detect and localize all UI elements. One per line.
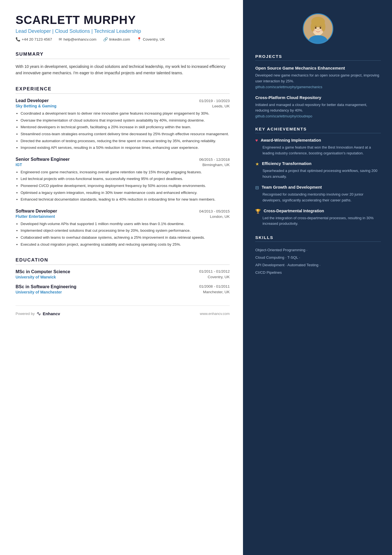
growth-icon: ⊟ <box>255 185 259 190</box>
list-item: Streamlined cross-team strategies ensuri… <box>21 131 230 137</box>
enhancv-logo-icon: ∿ <box>36 310 41 317</box>
edu-2-dates: 01/2008 - 01/2011 <box>199 284 230 289</box>
right-panel: PROJECTS Open Source Game Mechanics Enha… <box>243 0 392 555</box>
skill-tag: Object-Oriented Programming · <box>255 248 307 252</box>
achievements-section: KEY ACHIEVEMENTS ♥ Award-Winning Impleme… <box>255 127 381 227</box>
list-item: Pioneered CI/CD pipeline development, im… <box>21 183 230 189</box>
summary-section: SUMMARY With 10 years in development, sp… <box>16 51 230 76</box>
projects-title: PROJECTS <box>255 54 381 61</box>
achievements-title: KEY ACHIEVEMENTS <box>255 127 381 133</box>
job-2-company: IGT <box>16 162 22 167</box>
footer-brand: Enhancv <box>43 311 60 316</box>
job-1-title: Lead Developer <box>16 98 49 103</box>
achievement-2-title: Efficiency Transformation <box>262 161 311 167</box>
svg-point-10 <box>313 30 316 31</box>
email-item: ✉ help@enhancv.com <box>59 37 96 41</box>
job-1-bullets: Coordinated a development team to delive… <box>16 110 230 151</box>
achievement-1: ♥ Award-Winning Implementation Engineere… <box>255 138 381 156</box>
job-3-bullets: Developed high-volume APIs that supporte… <box>16 221 230 247</box>
edu-2-degree: BSc in Software Engineering <box>16 284 76 289</box>
skills-section: SKILLS Object-Oriented Programming · Clo… <box>255 235 381 276</box>
list-item: Executed a cloud migration project, augm… <box>21 241 230 248</box>
achievement-2: ★ Efficiency Transformation Spearheaded … <box>255 161 381 180</box>
edu-2: BSc in Software Engineering 01/2008 - 01… <box>16 284 230 294</box>
project-2: Cross-Platform Cloud Repository Initiate… <box>255 95 381 119</box>
list-item: Developed high-volume APIs that supporte… <box>21 221 230 227</box>
linkedin-text: linkedin.com <box>109 37 130 41</box>
experience-title: EXPERIENCE <box>16 86 230 94</box>
achievement-1-desc: Engineered a game feature that won the B… <box>262 145 381 156</box>
achievement-2-header: ★ Efficiency Transformation <box>255 161 381 167</box>
project-1-desc: Developed new game mechanics for an open… <box>255 73 381 84</box>
achievement-1-title: Award-Winning Implementation <box>261 138 321 143</box>
job-2-title: Senior Software Engineer <box>16 157 70 162</box>
achievement-3-desc: Recognised for outstanding mentorship in… <box>262 192 381 203</box>
achievement-4-title: Cross-Departmental Integration <box>264 208 324 214</box>
list-item: Led technical projects with cross-functi… <box>21 176 230 182</box>
heart-icon: ♥ <box>255 138 258 143</box>
achievement-4: 🏆 Cross-Departmental Integration Led the… <box>255 208 381 227</box>
linkedin-icon: 🔗 <box>103 37 108 41</box>
project-1: Open Source Game Mechanics Enhancement D… <box>255 65 381 89</box>
location-text: Coventry, UK <box>143 37 165 41</box>
edu-2-location: Manchester, UK <box>203 290 230 294</box>
footer-website: www.enhancv.com <box>200 312 230 316</box>
avatar-container <box>255 13 381 44</box>
job-2-location: Birmingham, UK <box>202 163 230 167</box>
skill-tag: CI/CD Pipelines <box>255 270 282 275</box>
projects-section: PROJECTS Open Source Game Mechanics Enha… <box>255 54 381 118</box>
email-icon: ✉ <box>59 37 62 41</box>
list-item: Implemented object-oriented solutions th… <box>21 228 230 234</box>
powered-by-label: Powered by <box>16 312 35 316</box>
candidate-name: SCARLETT MURPHY <box>16 13 230 27</box>
job-2-bullets: Engineered core game mechanics, increasi… <box>16 169 230 203</box>
list-item: Collaborated with teams to overhaul data… <box>21 235 230 241</box>
job-1-location: Leeds, UK <box>212 104 230 108</box>
job-2-company-row: IGT Birmingham, UK <box>16 162 230 167</box>
achievement-4-desc: Led the integration of cross-departmenta… <box>262 215 381 227</box>
job-3-location: London, UK <box>210 214 230 219</box>
achievement-4-header: 🏆 Cross-Departmental Integration <box>255 208 381 214</box>
linkedin-item: 🔗 linkedin.com <box>103 37 130 41</box>
trophy-icon: 🏆 <box>255 209 261 214</box>
list-item: Directed the automation of testing proce… <box>21 138 230 144</box>
edu-1-degree: MSc in Computer Science <box>16 269 70 274</box>
achievement-3-title: Team Growth and Development <box>262 185 322 190</box>
edu-1-location: Coventry, UK <box>208 275 230 279</box>
achievement-2-desc: Spearheaded a project that optimised pro… <box>262 168 381 180</box>
job-2: Senior Software Engineer 06/2015 - 12/20… <box>16 157 230 203</box>
achievement-1-header: ♥ Award-Winning Implementation <box>255 138 381 143</box>
job-1-header: Lead Developer 01/2019 - 10/2023 <box>16 98 230 103</box>
summary-title: SUMMARY <box>16 51 230 59</box>
edu-1-sub: University of Warwick Coventry, UK <box>16 275 230 279</box>
skill-tag: API Development · Automated Testing · <box>255 263 321 267</box>
edu-2-header: BSc in Software Engineering 01/2008 - 01… <box>16 284 230 289</box>
project-2-desc: Initiated and managed a cloud repository… <box>255 102 381 114</box>
list-item: Optimised a legacy system integration, r… <box>21 190 230 196</box>
job-3-company-row: Flutter Entertainment London, UK <box>16 214 230 219</box>
list-item: Enhanced technical documentation standar… <box>21 196 230 203</box>
skills-title: SKILLS <box>255 235 381 242</box>
email-text: help@enhancv.com <box>63 37 96 41</box>
job-2-dates: 06/2015 - 12/2018 <box>199 157 230 162</box>
skill-tag: Cloud Computing · T-SQL · <box>255 255 300 260</box>
edu-1-school: University of Warwick <box>16 275 56 279</box>
skills-text: Object-Oriented Programming · Cloud Comp… <box>255 246 381 276</box>
list-item: Engineered core game mechanics, increasi… <box>21 169 230 175</box>
contact-row: 📞 +44 20 7123 4567 ✉ help@enhancv.com 🔗 … <box>16 37 230 41</box>
list-item: Coordinated a development team to delive… <box>21 110 230 117</box>
phone-text: +44 20 7123 4567 <box>22 37 52 41</box>
location-icon: 📍 <box>137 37 142 41</box>
experience-section: EXPERIENCE Lead Developer 01/2019 - 10/2… <box>16 86 230 247</box>
achievement-3: ⊟ Team Growth and Development Recognised… <box>255 185 381 203</box>
list-item: Mentored developers in technical growth,… <box>21 124 230 130</box>
job-2-header: Senior Software Engineer 06/2015 - 12/20… <box>16 157 230 162</box>
education-title: EDUCATION <box>16 257 230 265</box>
job-1-company: Sky Betting & Gaming <box>16 104 56 108</box>
education-section: EDUCATION MSc in Computer Science 01/201… <box>16 257 230 294</box>
edu-1-dates: 01/2011 - 01/2012 <box>199 269 230 274</box>
phone-item: 📞 +44 20 7123 4567 <box>16 37 52 41</box>
project-2-link: github.com/scarlettmurphy/cloudrepo <box>255 114 381 118</box>
job-1-dates: 01/2019 - 10/2023 <box>199 99 230 103</box>
edu-1-header: MSc in Computer Science 01/2011 - 01/201… <box>16 269 230 274</box>
